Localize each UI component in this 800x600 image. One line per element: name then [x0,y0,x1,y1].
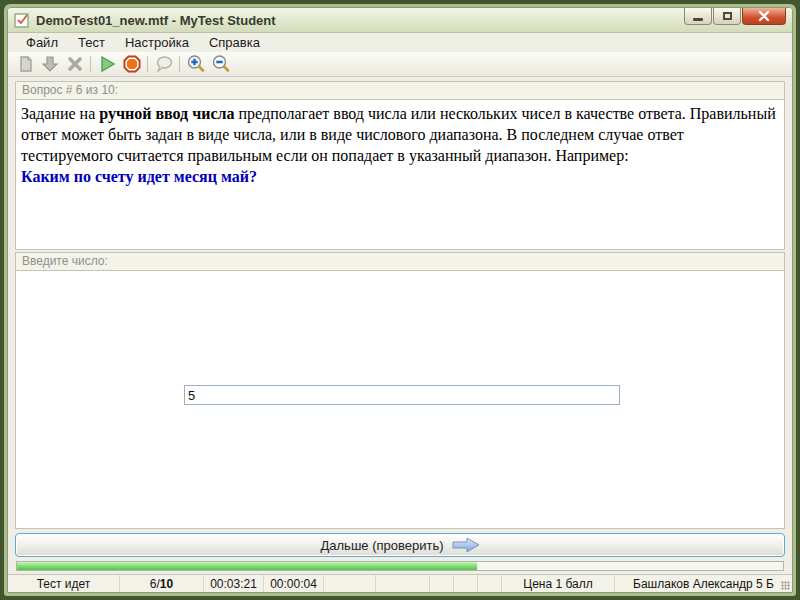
window-frame: DemoTest01_new.mtf - MyTest Student Файл… [4,4,796,596]
window-title: DemoTest01_new.mtf - MyTest Student [36,13,276,28]
status-question-total: 10 [160,577,173,591]
progress-fill [17,562,477,570]
status-empty-cell [376,575,430,592]
status-empty-cell [430,575,454,592]
zoom-in-button[interactable] [183,53,208,75]
app-window: DemoTest01_new.mtf - MyTest Student Файл… [7,7,793,593]
zoom-out-icon [211,54,231,74]
window-controls [684,8,786,25]
status-empty-cell [324,575,376,592]
stop-test-button[interactable] [119,53,144,75]
question-text: Задание на [21,105,99,122]
status-student-name: Башлаков Александр 5 Б [615,575,792,592]
resize-grip-icon[interactable] [781,581,790,590]
title-bar: DemoTest01_new.mtf - MyTest Student [8,8,792,33]
question-header: Вопрос # 6 из 10: [15,81,785,100]
answer-header: Введите число: [15,252,785,271]
maximize-icon [723,12,732,20]
toolbar [8,52,792,77]
question-text-panel: Задание на ручной ввод числа предполагае… [15,100,785,250]
answer-panel [15,271,785,529]
next-check-label: Дальше (проверить) [320,538,443,553]
question-text-bold: ручной ввод числа [99,105,234,122]
status-question-current: 6/ [150,577,160,591]
menu-help[interactable]: Справка [199,34,270,52]
status-price: Цена 1 балл [502,575,615,592]
menu-file[interactable]: Файл [16,34,68,52]
cancel-test-icon [65,54,85,74]
menu-bar: Файл Тест Настройка Справка [8,33,792,52]
minimize-icon [693,18,703,21]
cancel-test-button[interactable] [62,53,87,75]
main-area: Вопрос # 6 из 10: Задание на ручной ввод… [8,77,792,531]
maximize-button[interactable] [713,8,741,25]
open-file-button[interactable] [12,53,37,75]
minimize-button[interactable] [684,8,712,25]
status-bar: Тест идет 6/10 00:03:21 00:00:04 Цена 1 … [8,574,792,592]
question-prompt: Каким по счету идет месяц май? [21,166,779,187]
status-test-state: Тест идет [8,575,120,592]
start-test-button[interactable] [94,53,119,75]
stop-test-icon [122,54,142,74]
next-check-button[interactable]: Дальше (проверить) [15,533,785,557]
open-file-icon [15,54,35,74]
next-arrow-icon [452,537,480,553]
close-button[interactable] [742,8,786,25]
zoom-in-icon [186,54,206,74]
status-time-question: 00:00:04 [264,575,324,592]
zoom-out-button[interactable] [208,53,233,75]
number-answer-input[interactable] [184,385,620,405]
menu-settings[interactable]: Настройка [115,34,199,52]
status-time-elapsed: 00:03:21 [204,575,264,592]
close-icon [758,11,770,21]
status-empty-cell [454,575,478,592]
student-name-text: Башлаков Александр 5 Б [633,577,774,591]
status-empty-cell [478,575,502,592]
mytest-checkbox-icon [14,12,30,28]
next-button-row: Дальше (проверить) [8,531,792,559]
hint-icon [154,54,174,74]
save-results-button[interactable] [37,53,62,75]
toolbar-separator [147,56,148,72]
toolbar-separator [179,56,180,72]
toolbar-separator [90,56,91,72]
status-question-count: 6/10 [120,575,204,592]
menu-test[interactable]: Тест [68,34,115,52]
slide-border: DemoTest01_new.mtf - MyTest Student Файл… [0,0,800,600]
test-progress-bar [16,561,784,571]
start-test-icon [97,54,117,74]
hint-button[interactable] [151,53,176,75]
save-results-icon [40,54,60,74]
